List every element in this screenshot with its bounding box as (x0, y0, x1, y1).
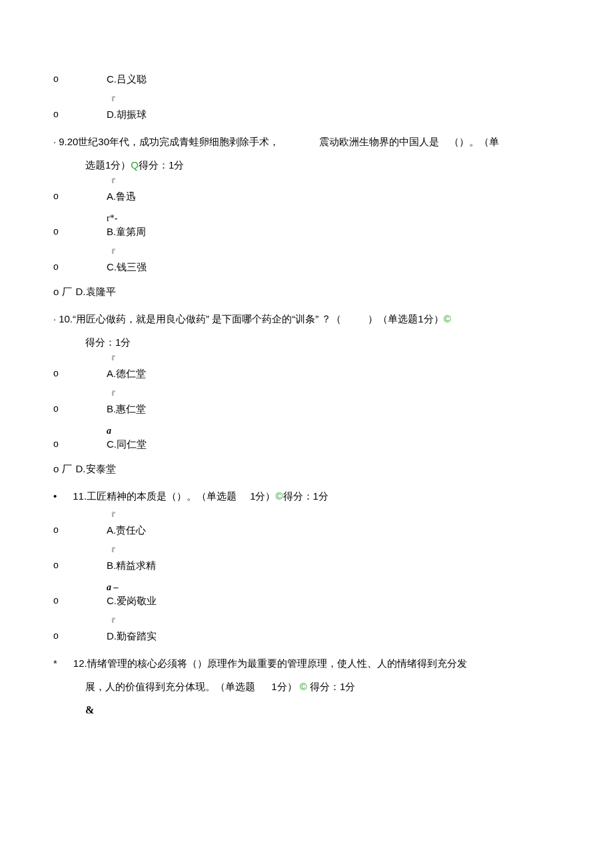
bullet: o (53, 190, 107, 203)
radio-mark: 『 (107, 97, 120, 106)
check-icon: © (444, 312, 451, 326)
score-text: 得分：1分 (310, 681, 355, 692)
question-text: 情绪管理的核心必须将（）原理作为最重要的管理原理，使人性、人的情绪得到充分发 (87, 656, 467, 670)
option-label: C.爱岗敬业 (107, 594, 157, 608)
bullet: o (53, 73, 107, 86)
q11-option-b[interactable]: o 『B.精益求精 (53, 548, 560, 572)
radio-mark: 『 (107, 391, 120, 400)
question-text: 工匠精神的本质是（）。（单选题 (87, 489, 237, 503)
q9-score: 选题1分）Q得分：1分 (85, 158, 560, 172)
bullet: o (53, 559, 107, 572)
q8-option-d[interactable]: o 『 D.胡振球 (53, 97, 560, 121)
question-11: • 11. 工匠精神的本质是（）。（单选题 1分） © 得分：1分 (53, 489, 560, 503)
radio-mark: 『 (107, 548, 120, 557)
q9-option-b[interactable]: o r*-B.童第周 (53, 214, 560, 238)
bullet: o 厂 (53, 462, 72, 476)
question-number: 9. (59, 135, 67, 149)
radio-mark: 『 (107, 249, 120, 258)
question-text: 震动欧洲生物界的中国人是 （）。（单 (319, 135, 499, 149)
bullet: o 厂 (53, 284, 72, 298)
option-label: A.鲁迅 (107, 189, 136, 203)
bullet: o (53, 630, 107, 643)
q9-option-d[interactable]: o 厂 D.袁隆平 (53, 284, 560, 298)
option-label: D.安泰堂 (76, 462, 116, 476)
question-number: 10. (59, 312, 73, 326)
q11-option-d[interactable]: o 『D.勤奋踏实 (53, 618, 560, 643)
question-pts: 1分） (271, 681, 297, 692)
option-label: A.德仁堂 (107, 366, 146, 380)
q10-option-d[interactable]: o 厂 D.安泰堂 (53, 462, 560, 476)
q11-option-a[interactable]: o 『A.责任心 (53, 512, 560, 537)
radio-mark: 『 (107, 356, 120, 365)
question-pts: 1分） (250, 489, 275, 503)
question-10: · 10. “用匠心做药，就是用良心做药” 是下面哪个药企的“训条” ？（ ）（… (53, 312, 560, 326)
radio-mark: a – (107, 583, 120, 592)
score-text: 得分：1分 (139, 159, 184, 171)
option-label: B.精益求精 (107, 558, 156, 572)
option-label: C.吕义聪 (107, 72, 147, 86)
question-text: “用匠心做药，就是用良心做药” 是下面哪个药企的“训条” ？（ (73, 312, 341, 326)
radio-mark: r*- (107, 214, 120, 223)
question-text: 展，人的价值得到充分体现。（单选题 (85, 681, 255, 692)
option-label: B.童第周 (107, 224, 146, 238)
bullet: · (53, 312, 56, 326)
bullet: * (53, 656, 57, 670)
bullet: o (53, 438, 107, 451)
bullet: o (53, 260, 107, 274)
score-text: 得分：1分 (283, 489, 328, 503)
radio-mark: 『 (107, 179, 120, 188)
radio-mark: 『 (107, 512, 120, 522)
option-label: C.钱三强 (107, 260, 147, 274)
option-label: D.勤奋踏实 (107, 629, 157, 643)
q10-score: 得分：1分 (85, 335, 560, 349)
radio-mark: a (107, 426, 120, 436)
bullet: • (53, 489, 57, 503)
bullet: o (53, 594, 107, 608)
option-label: D.胡振球 (107, 107, 147, 121)
q9-option-a[interactable]: o 『A.鲁迅 (53, 179, 560, 203)
option-label: C.同仁堂 (107, 437, 147, 451)
ampersand-mark: & (85, 703, 560, 717)
option-label: A.责任心 (107, 523, 146, 537)
q9-option-c[interactable]: o 『C.钱三强 (53, 249, 560, 274)
question-number: 12. (73, 656, 87, 670)
option-label: B.惠仁堂 (107, 402, 146, 416)
question-text: ）（单选题1分） (368, 312, 443, 326)
q12-line2: 展，人的价值得到充分体现。（单选题 1分） © 得分：1分 (85, 679, 560, 693)
bullet: o (53, 402, 107, 416)
q10-option-c[interactable]: o aC.同仁堂 (53, 426, 560, 451)
score-text: 得分：1分 (85, 336, 131, 348)
radio-mark: 『 (107, 618, 120, 628)
bullet: o (53, 108, 107, 121)
question-text: 20世纪30年代，成功完成青蛙卵细胞剥除手术， (67, 135, 279, 149)
q10-option-a[interactable]: o 『A.德仁堂 (53, 356, 560, 380)
check-icon: Q (131, 159, 139, 171)
check-icon: © (275, 489, 283, 503)
option-label: D.袁隆平 (76, 284, 116, 298)
bullet: o (53, 367, 107, 380)
q11-option-c[interactable]: o a –C.爱岗敬业 (53, 583, 560, 608)
bullet: o (53, 524, 107, 537)
check-icon: © (300, 681, 307, 692)
question-9: · 9. 20世纪30年代，成功完成青蛙卵细胞剥除手术， 震动欧洲生物界的中国人… (53, 135, 560, 149)
bullet: · (53, 135, 56, 149)
question-12: * 12. 情绪管理的核心必须将（）原理作为最重要的管理原理，使人性、人的情绪得… (53, 656, 560, 670)
bullet: o (53, 225, 107, 238)
q10-option-b[interactable]: o 『B.惠仁堂 (53, 391, 560, 416)
score-prefix: 选题1分） (85, 159, 131, 171)
q8-option-c[interactable]: o C.吕义聪 (53, 72, 560, 86)
question-number: 11. (73, 489, 87, 503)
